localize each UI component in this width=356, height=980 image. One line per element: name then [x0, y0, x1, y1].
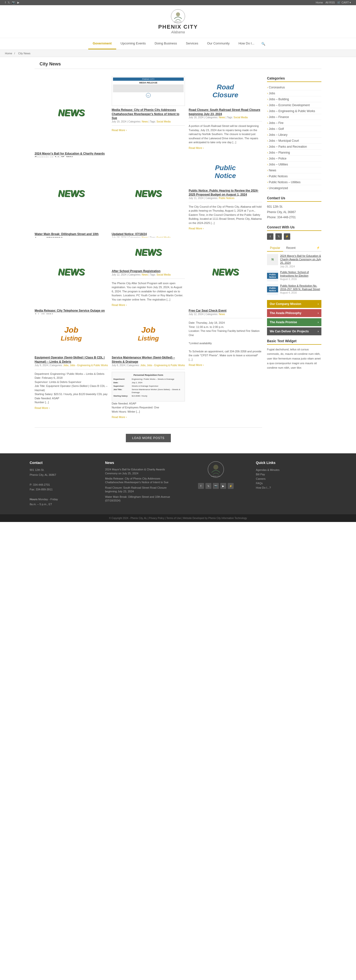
all-rss-link[interactable]: All RSS [325, 1, 335, 4]
category-jobs-library[interactable]: Jobs – Library [267, 133, 287, 137]
nav-government[interactable]: Government [88, 38, 116, 49]
category-jobs-municipal[interactable]: Jobs – Municipal Court [267, 139, 299, 142]
read-more-link[interactable]: Read More › [188, 227, 204, 230]
cart-link[interactable]: 🛒 CART ▾ [337, 1, 351, 4]
read-more-link[interactable]: Read More › [35, 406, 50, 409]
arrow-icon: › [318, 311, 319, 315]
post-title[interactable]: Media Release: City of Phenix City Addre… [112, 108, 179, 120]
category-jobs-utilities[interactable]: Jobs – Utilities [267, 163, 288, 166]
quick-link-mission[interactable]: Our Company Mission › [267, 300, 321, 308]
category-jobs-building[interactable]: Jobs – Building [267, 97, 289, 101]
post-thumbnail: PHENIX CITY MEDIA RELEASE PC [112, 76, 185, 106]
post-title[interactable]: After School Program Registration [112, 269, 160, 273]
post-category[interactable]: Jobs [63, 364, 69, 367]
post-category-2[interactable]: Jobs - Engineering & Public Works [147, 364, 185, 367]
load-more-button[interactable]: LOAD MORE POSTS [126, 434, 171, 442]
category-jobs-economic[interactable]: Jobs – Economic Development [267, 103, 310, 107]
footer-facebook-icon[interactable]: f [198, 483, 204, 489]
category-jobs-finance[interactable]: Jobs – Finance [267, 115, 289, 119]
category-jobs[interactable]: Jobs [267, 92, 275, 95]
footer-quick-link-howdoi[interactable]: How Do I...? [256, 486, 271, 489]
footer-emblem: PHENIX CITY ALABAMA [207, 461, 225, 478]
rss-connect-icon[interactable]: ⚡ [284, 233, 290, 240]
footer-quick-link-agendas[interactable]: Agendas & Minutes [256, 468, 279, 471]
category-list: Coronavirus Jobs Jobs – Building Jobs – … [267, 84, 321, 191]
twitter-connect-icon[interactable]: 𝕏 [275, 233, 282, 240]
category-coronavirus[interactable]: Coronavirus [267, 86, 285, 89]
list-item: Public Notice Public Notice: Public Hear… [188, 157, 262, 234]
connect-widget: Connect With Us f 𝕏 ⚡ [267, 225, 321, 240]
read-more-link[interactable]: Read More › [112, 304, 127, 306]
rss-tab-icon[interactable]: ⚡ [315, 245, 321, 251]
quick-link-philosophy[interactable]: The Avada Philosophy › [267, 309, 321, 317]
nav-doing-business[interactable]: Doing Business [150, 38, 181, 49]
facebook-connect-icon[interactable]: f [267, 233, 273, 240]
personnel-form: Personnel Requisition Form Department:En… [112, 372, 185, 401]
post-tag[interactable]: Social Media [156, 120, 171, 123]
logo[interactable]: PHENIX CITY PHENIX CITY Alabama [158, 9, 198, 34]
nav-our-community[interactable]: Our Community [203, 38, 234, 49]
footer-instagram-icon[interactable]: 📷 [213, 483, 219, 489]
basic-text-content: Fugiat dachshund, tellus sit cursus comm… [267, 347, 321, 370]
nav-how-do-i[interactable]: How Do I... [234, 38, 259, 49]
footer-rss-icon[interactable]: ⚡ [228, 483, 234, 489]
category-public-notices-utilities[interactable]: Public Notices – Utilities [267, 180, 300, 184]
read-more-link[interactable]: Read More › [112, 415, 127, 418]
post-title[interactable]: Updated Notice: 07/18/24 [112, 232, 147, 236]
post-title[interactable]: Service Maintenance Worker (Semi-Skilled… [112, 356, 175, 363]
popular-tab[interactable]: Popular [267, 245, 283, 251]
post-title[interactable]: Equipment Operator (Semi-Skilled | Class… [35, 356, 105, 363]
quick-link-deliver[interactable]: We Can Deliver On Projects › [267, 328, 321, 335]
post-title[interactable]: Free Car Seat Check Event [188, 309, 227, 312]
post-title[interactable]: Road Closure: South Railroad Street Road… [188, 108, 260, 116]
category-jobs-parks[interactable]: Jobs – Parks and Recreation [267, 145, 307, 148]
category-public-notices[interactable]: Public Notices [267, 175, 287, 178]
document-preview: PHENIX CITY MEDIA RELEASE PC [112, 76, 185, 106]
post-category-2[interactable]: Jobs - Engineering & Public Works [70, 364, 108, 367]
footer-youtube-icon[interactable]: ▶ [220, 483, 226, 489]
recent-post-title[interactable]: 2024 Mayor's Ball for Education & Charit… [280, 254, 321, 265]
footer-news-link[interactable]: 2024 Mayor's Ball for Education & Charit… [105, 468, 165, 474]
recent-post-date: August 4, 2016 [280, 291, 321, 294]
main-layout: NEWS 2024 Mayor's Ball for Education & C… [30, 72, 326, 453]
category-jobs-planning[interactable]: Jobs – Planning [267, 151, 290, 154]
footer-quick-link-faqs[interactable]: FAQs [256, 482, 263, 485]
post-category[interactable]: News [142, 120, 148, 123]
read-more-link[interactable]: Read More › [112, 129, 127, 132]
footer-twitter-icon[interactable]: 𝕏 [206, 483, 211, 489]
footer-quick-link-billpay[interactable]: Bill Pay [256, 473, 265, 476]
recent-post-title[interactable]: Public Notice & Resolution No. 2016-257:… [280, 284, 321, 291]
instagram-icon[interactable]: 📷 [12, 1, 15, 4]
nav-services[interactable]: Services [182, 38, 203, 49]
category-jobs-fire[interactable]: Jobs – Fire [267, 121, 284, 125]
category-news[interactable]: News [267, 169, 276, 172]
recent-tab[interactable]: Recent [283, 245, 299, 251]
recent-post-title[interactable]: Public Notice: School of Instructions fo… [280, 270, 321, 278]
post-category[interactable]: News [219, 116, 225, 119]
twitter-icon[interactable]: 𝕏 [8, 1, 10, 4]
post-category[interactable]: News [142, 273, 148, 276]
footer-news-link[interactable]: Media Release: City of Phenix City Addre… [105, 477, 168, 484]
connect-icons: f 𝕏 ⚡ [267, 233, 321, 240]
post-category[interactable]: Jobs [140, 364, 145, 367]
quick-link-promise[interactable]: The Avada Promise › [267, 318, 321, 326]
category-jobs-golf[interactable]: Jobs – Golf [267, 127, 284, 130]
post-tag[interactable]: Social Media [234, 116, 248, 119]
footer-news-link[interactable]: Road Closure: South Railroad Street Road… [105, 486, 167, 493]
footer-quick-link-careers[interactable]: Careers [256, 477, 265, 480]
post-category[interactable]: Public Notices [219, 197, 235, 199]
category-jobs-police[interactable]: Jobs – Police [267, 157, 287, 160]
search-icon[interactable]: 🔍 [259, 38, 268, 49]
breadcrumb-home[interactable]: Home [5, 52, 12, 55]
category-uncategorized[interactable]: Uncategorized [267, 186, 288, 190]
footer-news-link[interactable]: Water Main Break: Dillingham Street and … [105, 495, 170, 502]
post-tag[interactable]: Social Media [156, 273, 171, 276]
home-link[interactable]: Home [316, 1, 323, 4]
tabs-header: Popular Recent ⚡ [267, 245, 321, 251]
read-more-link[interactable]: Read More › [188, 146, 204, 150]
post-title[interactable]: Public Notice: Public Hearing to Review … [188, 189, 259, 197]
category-jobs-engineering[interactable]: Jobs – Engineering & Public Works [267, 110, 315, 113]
youtube-icon[interactable]: ▶ [17, 1, 19, 4]
facebook-icon[interactable]: f [5, 1, 6, 4]
nav-upcoming-events[interactable]: Upcoming Events [116, 38, 150, 49]
